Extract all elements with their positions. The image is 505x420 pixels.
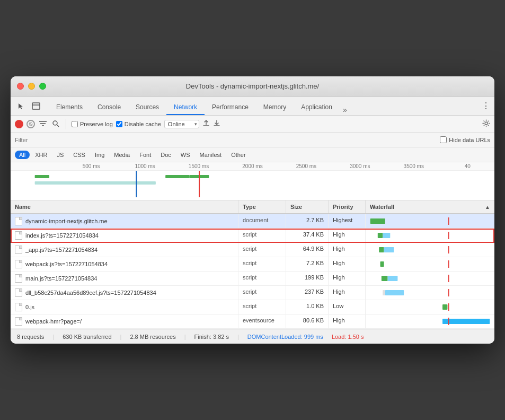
row-name: webpack.js?ts=1572271054834 <box>11 257 238 271</box>
filter-css[interactable]: CSS <box>69 151 90 159</box>
filter-all[interactable]: All <box>15 151 30 159</box>
filter-other[interactable]: Other <box>227 151 250 159</box>
hide-data-urls-label[interactable]: Hide data URLs <box>440 136 490 143</box>
tick-0 <box>11 163 64 169</box>
cursor-icon[interactable] <box>15 100 28 112</box>
file-icon <box>15 274 22 283</box>
kebab-menu-button[interactable]: ⋮ <box>482 101 490 111</box>
row-waterfall <box>366 257 494 271</box>
row-size: 1.0 KB <box>286 300 329 314</box>
table-row[interactable]: webpack-hmr?page=/ eventsource 80.6 KB H… <box>11 314 494 329</box>
row-name: index.js?ts=1572271054834 <box>11 229 238 242</box>
row-size: 64.9 KB <box>286 243 329 257</box>
table-row[interactable]: dynamic-import-nextjs.glitch.me document… <box>11 214 494 229</box>
row-size: 237 KB <box>286 286 329 300</box>
preserve-log-label[interactable]: Preserve log <box>72 121 113 127</box>
traffic-lights <box>17 83 46 90</box>
maximize-button[interactable] <box>39 83 46 90</box>
svg-rect-10 <box>175 175 189 178</box>
col-header-waterfall[interactable]: Waterfall ▲ <box>366 200 494 213</box>
preserve-log-checkbox[interactable] <box>72 121 78 127</box>
file-icon <box>15 317 22 326</box>
finish-time: Finish: 3.82 s <box>194 334 229 340</box>
svg-rect-8 <box>35 181 156 185</box>
record-button[interactable] <box>15 120 23 128</box>
file-icon <box>15 246 22 254</box>
file-icon <box>15 288 22 297</box>
filter-manifest[interactable]: Manifest <box>196 151 226 159</box>
col-header-priority[interactable]: Priority <box>329 200 366 213</box>
table-row[interactable]: _app.js?ts=1572271054834 script 64.9 KB … <box>11 243 494 257</box>
filter-icon[interactable] <box>38 119 48 129</box>
table-row[interactable]: main.js?ts=1572271054834 script 199 KB H… <box>11 272 494 286</box>
tab-memory[interactable]: Memory <box>256 100 294 115</box>
row-priority: High <box>329 243 366 257</box>
row-waterfall <box>366 272 494 285</box>
file-icon <box>15 260 22 268</box>
table-row[interactable]: dll_b58c257da4aa56d89cef.js?ts=157227105… <box>11 286 494 300</box>
tab-network[interactable]: Network <box>166 100 205 115</box>
filter-input[interactable] <box>15 137 88 143</box>
tab-performance[interactable]: Performance <box>205 100 256 115</box>
table-row[interactable]: webpack.js?ts=1572271054834 script 7.2 K… <box>11 257 494 272</box>
col-header-type[interactable]: Type <box>238 200 286 213</box>
tab-application[interactable]: Application <box>294 100 340 115</box>
controls-bar: Preserve log Disable cache Online Fast 3… <box>11 116 494 133</box>
svg-rect-7 <box>35 175 49 178</box>
row-type: document <box>238 214 286 228</box>
row-priority: High <box>329 286 366 300</box>
svg-rect-0 <box>32 103 40 109</box>
window-title: DevTools - dynamic-import-nextjs.glitch.… <box>186 82 319 90</box>
row-type: script <box>238 243 286 257</box>
disable-cache-label[interactable]: Disable cache <box>116 121 161 127</box>
row-size: 2.7 KB <box>286 214 329 228</box>
row-name: webpack-hmr?page=/ <box>11 314 238 328</box>
row-waterfall <box>366 300 494 314</box>
more-tabs-button[interactable]: » <box>340 104 350 115</box>
row-name: _app.js?ts=1572271054834 <box>11 243 238 257</box>
filter-doc[interactable]: Doc <box>156 151 175 159</box>
filter-media[interactable]: Media <box>110 151 134 159</box>
filter-js[interactable]: JS <box>52 151 68 159</box>
devtools-toolbar: Elements Console Sources Network Perform… <box>11 97 494 116</box>
table-row[interactable]: 0.js script 1.0 KB Low <box>11 300 494 314</box>
row-waterfall <box>366 286 494 300</box>
hide-data-urls-checkbox[interactable] <box>440 136 447 143</box>
download-icon[interactable] <box>213 119 220 128</box>
timeline-ruler: 500 ms 1000 ms 1500 ms 2000 ms 2500 ms 3… <box>11 162 494 171</box>
search-icon[interactable] <box>51 119 60 129</box>
requests-count: 8 requests <box>17 334 44 340</box>
row-size: 37.4 KB <box>286 229 329 242</box>
row-size: 199 KB <box>286 272 329 285</box>
filter-bar: Hide data URLs <box>11 133 494 147</box>
tick-1500: 1500 ms <box>172 163 225 169</box>
row-waterfall <box>366 229 494 242</box>
tab-console[interactable]: Console <box>90 100 128 115</box>
dock-icon[interactable] <box>30 100 42 112</box>
minimize-button[interactable] <box>28 83 35 90</box>
nav-tabs: Elements Console Sources Network Perform… <box>49 97 477 115</box>
row-type: script <box>238 257 286 271</box>
tab-sources[interactable]: Sources <box>128 100 166 115</box>
row-waterfall <box>366 243 494 257</box>
title-bar: DevTools - dynamic-import-nextjs.glitch.… <box>11 76 494 97</box>
online-select[interactable]: Online Fast 3G Slow 3G Offline <box>164 120 199 128</box>
row-type: script <box>238 229 286 242</box>
col-header-size[interactable]: Size <box>286 200 329 213</box>
filter-font[interactable]: Font <box>135 151 155 159</box>
table-row[interactable]: index.js?ts=1572271054834 script 37.4 KB… <box>11 229 494 243</box>
upload-icon[interactable] <box>202 119 210 128</box>
filter-ws[interactable]: WS <box>176 151 194 159</box>
tick-2500: 2500 ms <box>279 163 333 169</box>
row-name: main.js?ts=1572271054834 <box>11 272 238 285</box>
filter-xhr[interactable]: XHR <box>31 151 51 159</box>
tab-elements[interactable]: Elements <box>49 100 90 115</box>
divider <box>66 119 66 129</box>
close-button[interactable] <box>17 83 24 90</box>
row-priority: Highest <box>329 214 366 228</box>
filter-img[interactable]: Img <box>91 151 109 159</box>
disable-cache-checkbox[interactable] <box>116 121 122 127</box>
settings-icon[interactable] <box>482 119 490 129</box>
col-header-name[interactable]: Name <box>11 200 238 213</box>
stop-button[interactable] <box>26 120 35 128</box>
